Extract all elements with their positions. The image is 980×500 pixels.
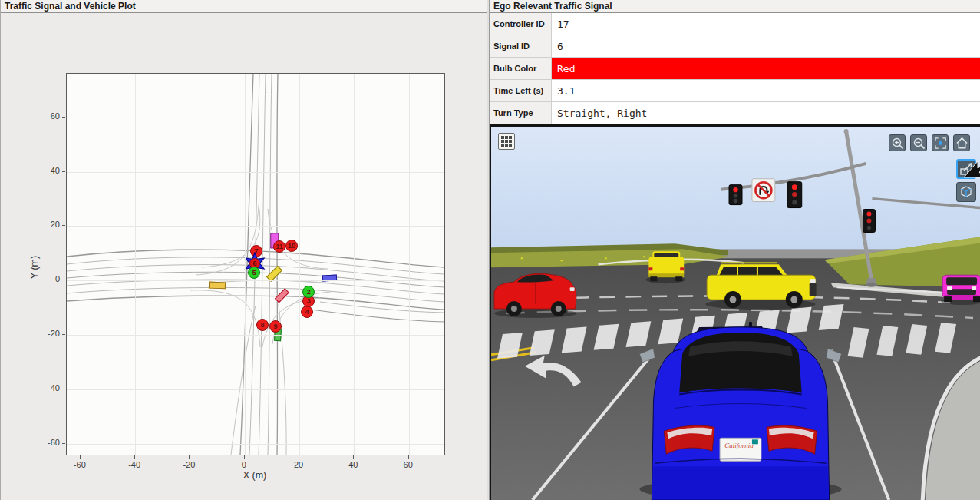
signal-marker: 4 — [301, 306, 313, 318]
signal-marker: 8 — [256, 319, 269, 331]
ego-signal-panel: Ego Relevant Traffic Signal Controller I… — [489, 0, 980, 500]
zoom-in-button[interactable] — [889, 134, 906, 151]
home-icon — [955, 137, 968, 150]
y-tick-label: -40 — [34, 383, 60, 392]
x-tick — [80, 455, 81, 459]
x-tick — [244, 455, 245, 459]
simulation-3d-view[interactable]: California — [490, 124, 980, 500]
grid-line — [67, 118, 444, 118]
grid-line — [67, 389, 444, 390]
grid-line — [67, 335, 444, 336]
no-u-turn-sign — [752, 179, 775, 202]
app-window: Traffic Signal and Vehicle Plot 11109876… — [0, 0, 980, 500]
x-tick-label: -40 — [119, 460, 150, 469]
signal-head-left — [729, 185, 742, 205]
layout-grid-icon — [501, 136, 512, 147]
y-tick-label: 0 — [34, 274, 60, 283]
time-left-value: 3.1 — [552, 80, 980, 101]
table-row-controller-id: Controller ID 17 — [490, 13, 980, 35]
x-tick — [353, 455, 354, 459]
table-row-signal-id: Signal ID 6 — [490, 35, 980, 58]
turn-type-label: Turn Type — [490, 102, 552, 124]
figure-area: 111098765432 X (m) Y (m) -60-40-20020406… — [1, 13, 487, 500]
y-tick — [62, 171, 65, 172]
zoom-out-icon — [912, 137, 926, 150]
grid-line — [354, 74, 355, 455]
plot-area[interactable]: 111098765432 — [66, 73, 445, 455]
yellow-vehicle-west — [209, 282, 226, 290]
signal-marker: 10 — [285, 240, 298, 252]
y-tick — [62, 389, 65, 389]
grid-line — [135, 74, 136, 455]
layout-grid-button[interactable] — [498, 133, 515, 150]
signal-head-pole — [863, 210, 875, 233]
pink-suv — [941, 275, 980, 305]
y-tick — [62, 334, 65, 335]
signal-marker: 11 — [273, 240, 285, 253]
y-tick-label: 40 — [34, 166, 60, 175]
left-panel-title: Traffic Signal and Vehicle Plot — [1, 0, 487, 13]
x-tick — [408, 455, 409, 459]
signal-id-label: Signal ID — [490, 35, 552, 57]
y-tick-label: -20 — [34, 329, 60, 338]
camera-view-icon — [959, 162, 973, 176]
bulb-color-value: Red — [552, 58, 980, 79]
signal-id-value: 6 — [552, 35, 980, 57]
x-tick-label: 0 — [229, 460, 259, 469]
x-tick — [299, 455, 299, 459]
signal-head-center — [787, 182, 802, 208]
zoom-in-icon — [891, 137, 904, 150]
x-tick — [134, 455, 135, 459]
y-tick-label: -60 — [34, 438, 60, 447]
controller-id-label: Controller ID — [490, 13, 552, 35]
turn-type-value: Straight, Right — [552, 102, 980, 124]
view-cube-button[interactable] — [956, 182, 976, 202]
grid-line — [67, 280, 444, 281]
x-tick-label: 60 — [393, 460, 424, 469]
controller-id-value: 17 — [552, 13, 980, 35]
time-left-label: Time Left (s) — [490, 80, 552, 101]
zoom-out-button[interactable] — [910, 134, 927, 151]
traffic-plot-panel: Traffic Signal and Vehicle Plot 11109876… — [0, 0, 487, 500]
x-tick-label: 40 — [338, 460, 368, 469]
camera-view-button[interactable] — [956, 159, 976, 179]
x-tick-label: 20 — [283, 460, 314, 469]
view-cube-icon — [959, 185, 973, 199]
y-tick — [62, 280, 65, 280]
x-tick — [189, 455, 190, 459]
home-button[interactable] — [953, 134, 970, 151]
grid-line — [299, 74, 300, 455]
grid-line — [67, 226, 444, 227]
y-tick — [62, 443, 65, 444]
table-row-time-left: Time Left (s) 3.1 — [490, 80, 980, 102]
license-plate-text: California — [724, 442, 754, 449]
grid-line — [67, 172, 444, 173]
grid-line — [81, 74, 81, 455]
fit-view-icon — [934, 137, 947, 150]
x-tick-label: -20 — [173, 460, 204, 469]
y-tick-label: 20 — [34, 220, 60, 229]
y-tick — [62, 225, 65, 226]
y-tick — [62, 117, 65, 118]
signal-marker: 2 — [302, 286, 315, 298]
signal-marker: 9 — [269, 320, 282, 333]
x-tick-label: -60 — [64, 460, 95, 469]
grid-line — [67, 444, 444, 445]
scene-render: California — [491, 127, 980, 500]
bulb-color-label: Bulb Color — [490, 58, 552, 79]
right-panel-title: Ego Relevant Traffic Signal — [490, 0, 980, 13]
table-row-bulb-color: Bulb Color Red — [490, 58, 980, 80]
table-row-turn-type: Turn Type Straight, Right — [490, 102, 980, 124]
fit-view-button[interactable] — [932, 134, 949, 151]
grid-line — [190, 74, 190, 455]
y-tick-label: 60 — [34, 111, 60, 121]
x-axis-label: X (m) — [66, 470, 444, 481]
grid-line — [409, 74, 410, 455]
grid-line — [245, 74, 246, 455]
